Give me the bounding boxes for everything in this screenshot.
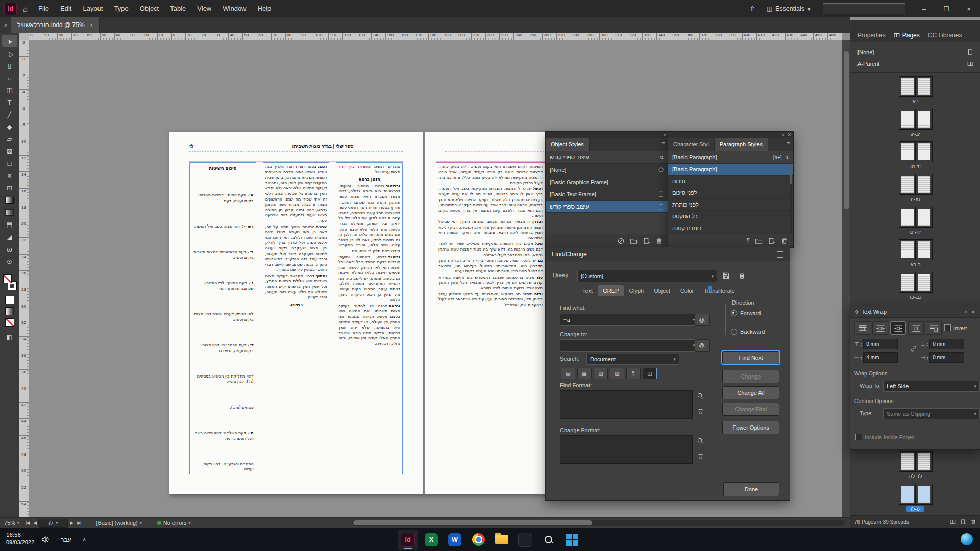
object-style-row[interactable]: [Basic Graphics Frame] <box>546 176 668 188</box>
wrap-bounding-box-button[interactable] <box>872 321 888 335</box>
gradient-feather-tool[interactable] <box>2 206 17 218</box>
paragraph-style-row[interactable]: כותרת קטנה <box>668 222 793 234</box>
canvas-horizontal-scrollbar[interactable] <box>352 520 845 526</box>
contour-type-dropdown[interactable]: Same as Clipping▾ <box>883 408 980 419</box>
taskbar-search-icon[interactable] <box>538 530 559 550</box>
scissors-tool[interactable]: ✕ <box>2 169 17 182</box>
minimize-button[interactable]: – <box>913 0 935 17</box>
fewer-options-button[interactable]: Fewer Options <box>722 421 779 434</box>
styles-list-scrollbar[interactable] <box>790 163 792 234</box>
style-group-folder-icon[interactable] <box>630 237 638 245</box>
note-tool[interactable]: ▤ <box>2 218 17 231</box>
fill-stroke-control[interactable] <box>2 273 17 293</box>
close-panel-icon[interactable]: ✕ <box>971 309 975 315</box>
hidden-icons-chevron[interactable]: ∧ <box>83 537 86 542</box>
restore-button[interactable]: ☐ <box>935 0 958 17</box>
change-find-button[interactable]: Change/Find <box>722 403 779 416</box>
page-thumbnail[interactable] <box>916 484 933 505</box>
speaker-icon[interactable] <box>41 535 50 544</box>
rectangle-tool[interactable]: □ <box>2 157 17 169</box>
apply-gradient-button[interactable] <box>5 307 14 315</box>
pages-spread[interactable]: טז-יז <box>899 174 933 202</box>
collapse-panel-icon[interactable]: « <box>664 133 666 137</box>
vertical-ruler[interactable]: 2024681012141618202224262830323436384042… <box>19 40 29 517</box>
previous-spread-button[interactable]: ◀ <box>31 520 38 525</box>
text-frame-column-3[interactable]: סיכום השיטותא׳.דעת התוס׳: דמצות תשביתו ב… <box>189 162 256 474</box>
taskbar-excel-icon[interactable]: X <box>421 530 442 550</box>
close-button[interactable]: × <box>958 0 980 17</box>
zoom-tool[interactable]: ⊙ <box>2 255 17 267</box>
object-styles-tab[interactable]: Object Styles <box>546 138 590 151</box>
page-thumbnail[interactable] <box>899 272 916 293</box>
clear-change-format-icon[interactable] <box>697 453 704 460</box>
first-spread-button[interactable]: |◀ <box>23 520 31 525</box>
change-format-box[interactable] <box>560 435 693 464</box>
rectangle-frame-tool[interactable]: ⊠ <box>2 145 17 157</box>
bottom-offset-field[interactable]: ⊥ ▴▾ 0 mm <box>921 339 964 349</box>
find-what-input[interactable]: ~a▾ <box>560 314 699 326</box>
selection-tool[interactable]: ▲ <box>2 35 17 47</box>
page-thumbnail[interactable] <box>916 272 933 293</box>
specify-find-attributes-icon[interactable] <box>697 392 704 400</box>
eyedropper-tool[interactable]: ◢ <box>2 231 17 243</box>
top-offset-field[interactable]: ⊤ ▴▾ 0 mm <box>854 339 898 349</box>
pages-spread[interactable]: לו-לז <box>899 484 933 512</box>
workspace-switcher[interactable]: ◫ Essentials ▾ <box>762 5 816 12</box>
findchange-tab-Transliterate[interactable]: Transliterate <box>699 285 740 296</box>
paragraph-style-row[interactable]: כל הטקסט <box>668 211 793 222</box>
taskbar-clock[interactable]: 16:56 09/03/2022 <box>6 531 34 546</box>
findchange-tab-Object[interactable]: Object <box>649 285 675 296</box>
edit-page-size-icon[interactable] <box>950 519 956 525</box>
invert-checkbox[interactable]: Invert <box>944 324 967 331</box>
free-transform-tool[interactable]: ⊡ <box>2 182 17 194</box>
include-locked-stories-icon[interactable]: ▦ <box>577 368 592 379</box>
include-master-pages-icon[interactable]: ▨ <box>610 368 624 379</box>
paragraph-style-row[interactable]: [Basic Paragraph] <box>668 164 793 176</box>
page-thumbnail[interactable] <box>899 174 916 195</box>
include-inside-edges-checkbox[interactable]: Include Inside Edges <box>855 434 914 440</box>
case-sensitive-icon[interactable]: ◫ <box>643 368 657 379</box>
gradient-swatch-tool[interactable] <box>2 194 17 206</box>
pencil-tool[interactable]: ▱ <box>2 133 17 145</box>
page-thumbnail[interactable] <box>916 109 933 130</box>
change-special-chars-button[interactable]: @, <box>695 339 710 352</box>
parent-page-row[interactable]: [None] <box>850 46 980 58</box>
content-collector-tool[interactable]: ◫ <box>2 84 17 96</box>
hand-tool[interactable]: ω <box>2 243 17 255</box>
checkbox-icon[interactable] <box>944 324 951 331</box>
menu-item[interactable]: Layout <box>77 0 108 17</box>
object-style-row[interactable]: [Basic Text Frame] <box>546 188 668 201</box>
include-hidden-layers-icon[interactable]: ▧ <box>594 368 608 379</box>
zoom-level-dropdown[interactable]: 75%▾ <box>0 520 23 526</box>
specify-change-attributes-icon[interactable] <box>697 437 704 445</box>
panel-menu-icon[interactable]: ≡ <box>787 140 790 147</box>
next-spread-button[interactable]: ▶ <box>68 520 75 525</box>
menu-item[interactable]: Table <box>164 0 191 17</box>
paragraph-style-row[interactable]: לפני כותרת <box>668 199 793 211</box>
delete-style-icon[interactable] <box>655 237 663 245</box>
findchange-tab-Text[interactable]: Text <box>577 285 598 296</box>
paragraph-mark-icon[interactable]: ¶ <box>747 237 750 244</box>
tray-app-icon[interactable] <box>961 533 973 545</box>
link-offsets-icon[interactable] <box>910 345 917 353</box>
character-styles-tab[interactable]: Character Styl <box>668 138 715 151</box>
collapse-panel-icon[interactable]: « <box>964 309 967 315</box>
page-number-dropdown[interactable]: לז▾ <box>38 519 68 528</box>
page-thumbnail[interactable] <box>899 141 916 162</box>
tab-properties[interactable]: Properties <box>857 32 886 39</box>
screen-mode-button[interactable]: ◧ <box>2 331 17 343</box>
indesign-app-icon[interactable]: Id <box>4 3 17 15</box>
pages-spread[interactable]: לד-לה <box>899 451 933 479</box>
page-thumbnail[interactable] <box>899 239 916 260</box>
page-thumbnail[interactable] <box>916 207 933 228</box>
share-icon[interactable]: ⇧ <box>743 5 762 13</box>
document-tab-close-icon[interactable]: × <box>90 22 93 28</box>
style-group-folder-icon[interactable] <box>755 237 763 245</box>
taskbar-word-icon[interactable]: W <box>445 530 465 550</box>
delete-page-icon[interactable] <box>970 519 976 525</box>
menu-item[interactable]: Edit <box>55 0 77 17</box>
page-thumbnail[interactable] <box>916 239 933 260</box>
pages-spread[interactable]: כ-כא <box>899 239 933 267</box>
wrap-to-dropdown[interactable]: Left Side▾ <box>883 381 980 392</box>
pages-spread[interactable]: י-א <box>899 76 933 104</box>
